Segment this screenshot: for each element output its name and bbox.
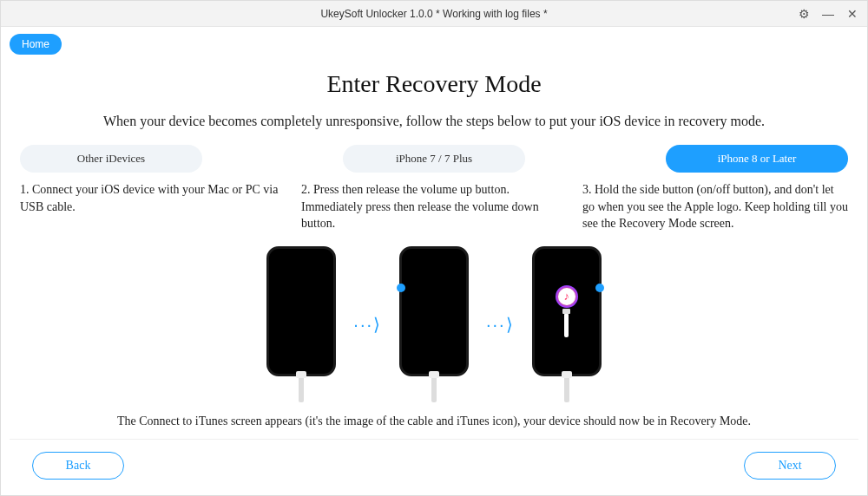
phone-icon [399, 246, 469, 376]
music-note-icon: ♪ [563, 290, 569, 303]
step-3-text: 3. Hold the side button (on/off button),… [582, 181, 848, 232]
next-button[interactable]: Next [744, 452, 836, 480]
tab-other-idevices[interactable]: Other iDevices [20, 145, 202, 173]
phone-icon [266, 246, 336, 376]
phone-icon: ♪ [532, 246, 602, 376]
close-icon[interactable]: ✕ [845, 7, 860, 21]
phone-notch-icon [551, 249, 582, 258]
phone-notch-icon [418, 249, 450, 258]
nav-row: Back Next [10, 439, 858, 495]
steps-row: 1. Connect your iOS device with your Mac… [10, 181, 858, 232]
step-1-text: 1. Connect your iOS device with your Mac… [20, 181, 286, 232]
lightning-cable-icon [564, 313, 569, 337]
side-button-indicator-icon [595, 284, 604, 292]
phone-step-3: ♪ [532, 246, 602, 402]
titlebar-title: UkeySoft Unlocker 1.0.0 * Working with l… [320, 8, 547, 20]
tab-iphone-8-later[interactable]: iPhone 8 or Later [666, 145, 848, 173]
arrow-icon: ∙∙∙⟩ [486, 314, 515, 335]
app-window: UkeySoft Unlocker 1.0.0 * Working with l… [0, 0, 868, 496]
footer-instruction: The Connect to iTunes screen appears (it… [10, 414, 858, 428]
page-title: Enter Recovery Mode [10, 70, 858, 98]
recovery-screen-icon: ♪ [556, 285, 578, 337]
usb-cable-icon [299, 376, 304, 402]
device-tabs: Other iDevices iPhone 7 / 7 Plus iPhone … [10, 145, 858, 173]
usb-cable-icon [431, 376, 437, 402]
content-area: Home Enter Recovery Mode When your devic… [1, 27, 867, 495]
home-button[interactable]: Home [10, 34, 62, 55]
phone-step-1 [266, 246, 336, 402]
phone-notch-icon [286, 249, 317, 258]
step-2-text: 2. Press then release the volume up butt… [301, 181, 567, 232]
titlebar-controls: ⚙ — ✕ [796, 1, 860, 26]
volume-button-indicator-icon [397, 284, 405, 292]
itunes-icon: ♪ [556, 285, 578, 308]
arrow-icon: ∙∙∙⟩ [353, 314, 382, 335]
titlebar: UkeySoft Unlocker 1.0.0 * Working with l… [1, 1, 867, 27]
phone-step-2 [399, 246, 469, 402]
back-button[interactable]: Back [32, 452, 124, 480]
minimize-icon[interactable]: — [820, 7, 836, 21]
usb-cable-icon [564, 376, 569, 402]
settings-icon[interactable]: ⚙ [796, 7, 812, 21]
tab-iphone-7[interactable]: iPhone 7 / 7 Plus [343, 145, 525, 173]
page-subtitle: When your device becomes completely unre… [10, 114, 858, 129]
phone-illustrations: ∙∙∙⟩ ∙∙∙⟩ ♪ [10, 246, 858, 402]
